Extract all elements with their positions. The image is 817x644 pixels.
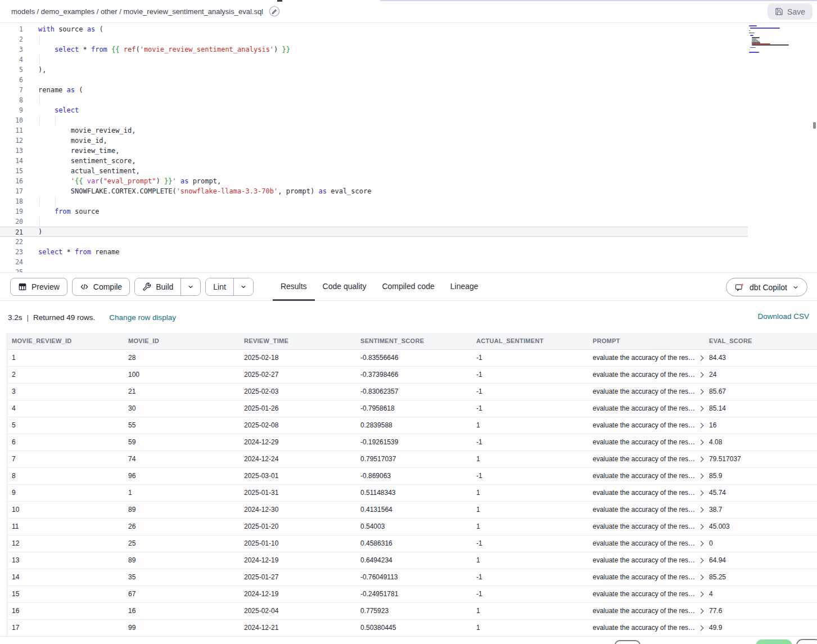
line-number: 4: [0, 55, 23, 65]
prompt-text: evaluate the accuracy of the res…: [593, 489, 695, 497]
cell-review_time: 2025-02-04: [240, 602, 356, 619]
cell-prompt: evaluate the accuracy of the res…: [588, 349, 705, 366]
change-row-display-link[interactable]: Change row display: [109, 313, 176, 322]
minimap[interactable]: [749, 23, 803, 57]
code-line-12[interactable]: 12 movie_id,: [0, 136, 748, 146]
cell-movie_id: 89: [124, 552, 240, 569]
line-number: 7: [0, 85, 23, 95]
code-line-19[interactable]: 19 from source: [0, 206, 748, 217]
partial-green-pill[interactable]: [756, 640, 792, 644]
code-line-1[interactable]: 1with source as (: [0, 24, 748, 34]
table-row: 12252025-01-100.4586316-1evaluate the ac…: [7, 535, 817, 552]
line-number: 5: [0, 65, 23, 75]
code-line-7[interactable]: 7rename as (: [0, 85, 748, 95]
code-line-16[interactable]: 16 '{{ var("eval_prompt") }}' as prompt,: [0, 176, 748, 186]
download-csv-link[interactable]: Download CSV: [757, 312, 809, 321]
cell-prompt: evaluate the accuracy of the res…: [588, 501, 705, 518]
cell-sentiment_score: -0.19261539: [356, 434, 472, 451]
expand-prompt-icon[interactable]: [698, 422, 704, 428]
prompt-text: evaluate the accuracy of the res…: [593, 590, 695, 598]
breadcrumb[interactable]: models / demo_examples / other / movie_r…: [11, 7, 263, 16]
lint-button[interactable]: Lint: [206, 278, 233, 295]
cell-review_time: 2024-12-30: [240, 501, 356, 518]
preview-button[interactable]: Preview: [10, 278, 67, 296]
scrollbar-thumb[interactable]: [813, 122, 816, 129]
expand-prompt-icon[interactable]: [698, 557, 704, 563]
line-number: 18: [0, 196, 23, 206]
code-text: rename as (: [38, 85, 83, 95]
expand-prompt-icon[interactable]: [698, 389, 704, 394]
code-line-20[interactable]: 20: [0, 217, 748, 227]
code-line-3[interactable]: 3 select * from {{ ref('movie_review_sen…: [0, 44, 748, 55]
code-line-13[interactable]: 13 review_time,: [0, 146, 748, 156]
expand-prompt-icon[interactable]: [698, 608, 704, 614]
line-number: 21: [0, 227, 23, 237]
expand-prompt-icon[interactable]: [698, 541, 704, 546]
code-line-11[interactable]: 11 movie_review_id,: [0, 125, 748, 136]
code-line-6[interactable]: 6: [0, 75, 748, 85]
expand-prompt-icon[interactable]: [698, 406, 704, 411]
query-status-row: 3.2s | Returned 49 rows. Change row disp…: [0, 301, 817, 333]
table-row: 4302025-01-26-0.7958618-1evaluate the ac…: [7, 400, 817, 417]
code-line-14[interactable]: 14 sentiment_score,: [0, 156, 748, 166]
cell-actual_sentiment: 1: [472, 552, 588, 569]
code-line-4[interactable]: 4: [0, 55, 748, 65]
prompt-text: evaluate the accuracy of the res…: [593, 354, 695, 362]
prompt-text: evaluate the accuracy of the res…: [593, 607, 695, 615]
code-line-25[interactable]: 25: [0, 267, 748, 272]
status-separator: |: [27, 313, 29, 322]
file-status-icon[interactable]: [269, 6, 280, 17]
cell-eval_score: 64.94: [705, 552, 817, 569]
code-text: movie_id,: [38, 136, 107, 146]
code-line-24[interactable]: 24: [0, 257, 748, 267]
cell-eval_score: 85.67: [705, 383, 817, 400]
tab-lineage[interactable]: Lineage: [443, 273, 486, 301]
save-button[interactable]: Save: [768, 3, 813, 20]
cell-movie_review_id: 17: [7, 619, 124, 636]
expand-prompt-icon[interactable]: [698, 372, 704, 377]
minimap-line: [749, 52, 759, 53]
partial-button[interactable]: [796, 639, 817, 644]
tab-code-quality[interactable]: Code quality: [315, 273, 374, 301]
build-button[interactable]: Build: [135, 278, 180, 295]
code-line-10[interactable]: 10: [0, 115, 748, 125]
code-text: actual_sentiment,: [38, 166, 140, 176]
build-menu-button[interactable]: [180, 278, 200, 295]
expand-prompt-icon[interactable]: [698, 473, 704, 479]
lint-menu-button[interactable]: [233, 278, 253, 295]
code-line-21[interactable]: 21): [0, 227, 748, 237]
code-line-5[interactable]: 5),: [0, 65, 748, 75]
cell-sentiment_score: -0.76049113: [356, 569, 472, 586]
expand-prompt-icon[interactable]: [698, 625, 704, 631]
cell-movie_id: 16: [124, 602, 240, 619]
chevron-down-icon: [240, 283, 247, 290]
results-table: MOVIE_REVIEW_IDMOVIE_IDREVIEW_TIMESENTIM…: [7, 333, 817, 637]
line-number: 8: [0, 95, 23, 105]
code-line-2[interactable]: 2: [0, 34, 748, 44]
expand-prompt-icon[interactable]: [698, 524, 704, 529]
tab-results[interactable]: Results: [273, 273, 315, 301]
expand-prompt-icon[interactable]: [698, 574, 704, 580]
expand-prompt-icon[interactable]: [698, 591, 704, 597]
expand-prompt-icon[interactable]: [698, 456, 704, 462]
code-line-17[interactable]: 17 SNOWFLAKE.CORTEX.COMPLETE('snowflake-…: [0, 186, 748, 196]
indent-guide: [39, 55, 40, 65]
cell-review_time: 2025-03-01: [240, 467, 356, 484]
expand-prompt-icon[interactable]: [698, 507, 704, 512]
code-text: ),: [38, 65, 46, 75]
code-line-8[interactable]: 8: [0, 95, 748, 105]
code-line-22[interactable]: 22: [0, 237, 748, 247]
partial-button[interactable]: [615, 640, 640, 644]
tab-compiled-code[interactable]: Compiled code: [374, 273, 442, 301]
expand-prompt-icon[interactable]: [698, 490, 704, 496]
code-line-15[interactable]: 15 actual_sentiment,: [0, 166, 748, 176]
compile-button[interactable]: Compile: [72, 278, 130, 296]
code-editor[interactable]: 1with source as (23 select * from {{ ref…: [0, 23, 817, 272]
expand-prompt-icon[interactable]: [698, 439, 704, 445]
expand-prompt-icon[interactable]: [698, 355, 704, 361]
dbt-copilot-button[interactable]: dbt Copilot: [726, 278, 807, 296]
cell-sentiment_score: 0.2839588: [356, 417, 472, 434]
code-line-18[interactable]: 18: [0, 196, 748, 206]
code-line-9[interactable]: 9 select: [0, 105, 748, 115]
code-line-23[interactable]: 23select * from rename: [0, 247, 748, 257]
